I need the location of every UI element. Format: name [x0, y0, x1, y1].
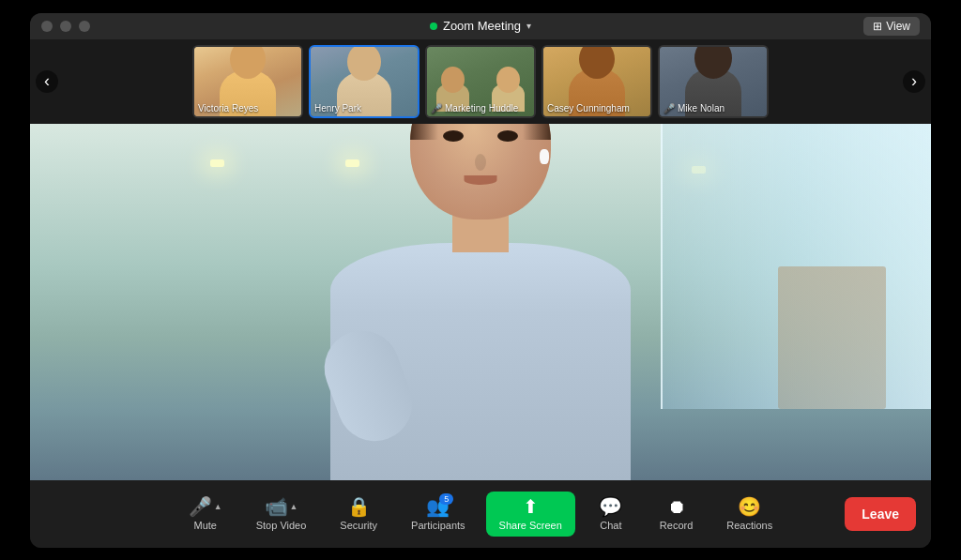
chevron-down-icon: ▾ — [526, 21, 531, 31]
share-screen-button[interactable]: ⬆ Share Screen — [486, 492, 575, 537]
mute-label: Mute — [194, 520, 217, 531]
stop-video-group: 📹 ▲ Stop Video — [243, 492, 320, 537]
chat-button[interactable]: 💬 Chat — [583, 492, 639, 537]
mic-icon-mike: 🎤 — [664, 103, 675, 114]
leave-button[interactable]: Leave — [845, 497, 916, 531]
view-button[interactable]: ⊞ View — [863, 17, 920, 36]
thumbnail-henry[interactable]: Henry Park — [309, 45, 419, 118]
chat-icon: 💬 — [599, 497, 622, 516]
close-btn[interactable] — [41, 21, 53, 32]
camera-icon: 📹 — [265, 497, 288, 516]
reactions-label: Reactions — [726, 520, 772, 531]
mute-button[interactable]: 🎤 ▲ Mute — [175, 492, 236, 537]
mute-group: 🎤 ▲ Mute — [175, 492, 236, 537]
thumbnail-label-victoria: Victoria Reyes — [198, 103, 258, 114]
thumbnail-victoria[interactable]: Victoria Reyes — [192, 45, 303, 118]
thumbnails-nav-left[interactable]: ‹ — [36, 70, 58, 93]
thumbnail-casey[interactable]: Casey Cunningham — [542, 45, 652, 118]
thumbnail-label-casey: Casey Cunningham — [547, 103, 630, 114]
security-label: Security — [340, 520, 377, 531]
mic-icon: 🎤 — [189, 497, 212, 516]
app-window: Zoom Meeting ▾ ⊞ View ‹ Victoria Reyes — [30, 13, 931, 548]
view-icon: ⊞ — [873, 20, 882, 33]
participants-badge: 5 — [439, 493, 453, 505]
record-icon: ⏺ — [667, 497, 686, 516]
reactions-button[interactable]: 😊 Reactions — [713, 492, 786, 537]
meeting-title[interactable]: Zoom Meeting ▾ — [430, 19, 531, 33]
thumbnails-nav-right[interactable]: › — [903, 70, 925, 93]
toolbar: 🎤 ▲ Mute 📹 ▲ Stop Video 🔒 Security — [30, 480, 931, 548]
reactions-icon: 😊 — [738, 497, 761, 516]
connection-status-dot — [430, 23, 437, 30]
share-screen-label: Share Screen — [499, 520, 562, 531]
meeting-title-text: Zoom Meeting — [443, 19, 521, 33]
mute-caret: ▲ — [214, 502, 222, 511]
thumbnail-label-mike: 🎤 Mike Nolan — [664, 103, 725, 114]
thumbnail-marketing[interactable]: 🎤 Marketing Huddle — [425, 45, 536, 118]
main-video — [30, 124, 931, 480]
thumbnails-strip: ‹ Victoria Reyes Henry Park — [30, 39, 931, 124]
maximize-btn[interactable] — [79, 21, 90, 32]
lock-icon: 🔒 — [347, 497, 371, 516]
stop-video-caret: ▲ — [290, 502, 298, 511]
share-screen-icon: ⬆ — [523, 497, 539, 516]
thumbnail-label-henry: Henry Park — [314, 103, 361, 114]
record-label: Record — [660, 520, 693, 531]
thumbnail-label-marketing: 🎤 Marketing Huddle — [431, 103, 518, 114]
security-button[interactable]: 🔒 Security — [327, 492, 390, 537]
participants-label: Participants — [411, 520, 465, 531]
window-controls — [41, 21, 90, 32]
minimize-btn[interactable] — [60, 21, 71, 32]
stop-video-label: Stop Video — [256, 520, 307, 531]
title-bar: Zoom Meeting ▾ ⊞ View — [30, 13, 931, 39]
mic-icon-marketing: 🎤 — [431, 103, 442, 114]
stop-video-button[interactable]: 📹 ▲ Stop Video — [243, 492, 320, 537]
participants-button[interactable]: 👥 5 Participants — [398, 492, 478, 537]
thumbnail-mike[interactable]: 🎤 Mike Nolan — [658, 45, 769, 118]
chat-label: Chat — [600, 520, 621, 531]
record-button[interactable]: ⏺ Record — [647, 492, 706, 537]
